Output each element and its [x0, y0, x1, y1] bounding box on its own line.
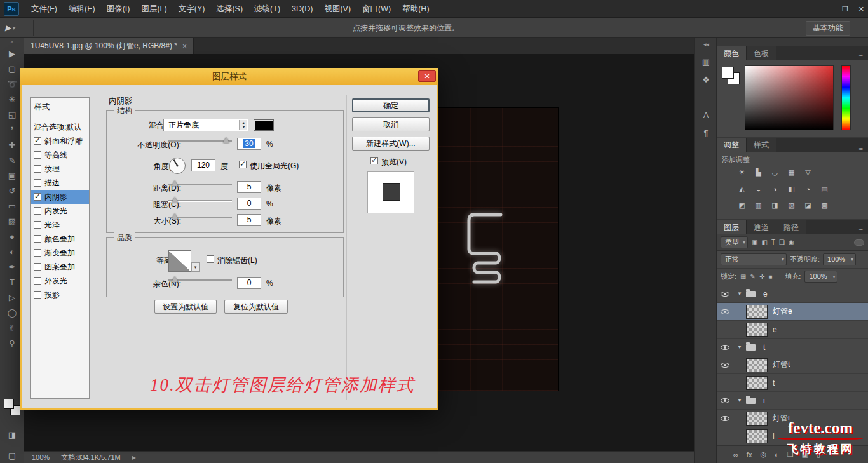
menu-window[interactable]: 窗口(W) [356, 0, 397, 18]
style-item-gradient-overlay[interactable]: 渐变叠加 [31, 246, 89, 260]
selective-color-icon[interactable]: ◪ [802, 200, 814, 211]
layer-opacity-select[interactable]: 100%▾ [823, 253, 856, 265]
move-tool[interactable]: ▶ [0, 46, 24, 61]
layer-row-e[interactable]: e [717, 321, 868, 339]
expand-arrow-icon[interactable]: ▼ [737, 398, 742, 403]
angle-input[interactable]: 120 [191, 159, 215, 171]
contour-thumbnail[interactable] [168, 250, 191, 272]
checkbox[interactable] [34, 291, 41, 299]
menu-filter[interactable]: 滤镜(T) [248, 0, 286, 18]
set-default-button[interactable]: 设置为默认值 [154, 300, 217, 314]
filter-toggle[interactable] [854, 239, 864, 246]
checkbox[interactable] [34, 221, 41, 229]
status-expand-icon[interactable]: ▶ [132, 455, 136, 460]
document-tab[interactable]: 1U45UV8-1.jpg @ 100% (灯管e, RGB/8#) * × [24, 38, 194, 54]
style-item-pattern-overlay[interactable]: 图案叠加 [31, 260, 89, 274]
style-item-color-overlay[interactable]: 颜色叠加 [31, 232, 89, 246]
menu-type[interactable]: 文字(Y) [173, 0, 211, 18]
layer-thumbnail[interactable] [746, 305, 768, 319]
distance-slider[interactable] [168, 179, 232, 188]
slider-thumb[interactable] [172, 180, 178, 186]
menu-image[interactable]: 图像(I) [101, 0, 136, 18]
zoom-level[interactable]: 100% [32, 453, 50, 461]
layer-group-row-i[interactable]: ▼ i [717, 392, 868, 410]
layer-group-row-e[interactable]: ▼ e [717, 285, 868, 303]
panel-menu-icon[interactable]: ≡ [859, 53, 868, 60]
filter-smart-objects-icon[interactable]: ◉ [789, 239, 794, 246]
tab-color[interactable]: 颜色 [717, 46, 747, 60]
layer-effects-icon[interactable]: fx [747, 451, 752, 459]
expand-icon[interactable]: ▽ [802, 167, 814, 178]
menu-3d[interactable]: 3D(D) [286, 0, 318, 18]
menu-file[interactable]: 文件(F) [25, 0, 63, 18]
checkbox[interactable] [34, 235, 41, 243]
reset-default-button[interactable]: 复位为默认值 [224, 300, 288, 314]
panel-menu-icon[interactable]: ≡ [859, 144, 868, 152]
style-item-inner-glow[interactable]: 内发光 [31, 204, 89, 218]
lock-position-icon[interactable]: ✛ [759, 273, 764, 280]
threshold-icon[interactable]: ◨ [769, 200, 781, 211]
layer-fill-select[interactable]: 100%▾ [804, 271, 837, 283]
spin-arrows-icon[interactable]: ▴▾ [239, 120, 247, 130]
contour-picker-caret-icon[interactable]: ▾ [191, 262, 200, 272]
histogram-panel-icon[interactable]: ▥ [695, 57, 717, 67]
photo-filter-icon[interactable]: ◔ [802, 184, 814, 194]
levels-icon[interactable]: ▙ [752, 167, 764, 178]
slider-thumb[interactable] [172, 276, 178, 282]
size-slider[interactable] [168, 212, 232, 221]
color-lookup-icon[interactable]: ▩ [818, 200, 831, 211]
visibility-toggle[interactable] [717, 285, 733, 303]
layer-thumbnail[interactable] [746, 429, 768, 443]
visibility-toggle[interactable] [717, 374, 733, 392]
layer-name[interactable]: 灯管t [773, 359, 790, 370]
dialog-close-button[interactable]: ✕ [418, 70, 436, 82]
new-style-button[interactable]: 新建样式(W)... [352, 137, 430, 151]
visibility-toggle[interactable] [717, 410, 733, 427]
angle-dial[interactable] [169, 158, 186, 174]
link-layers-icon[interactable]: ∞ [733, 451, 738, 459]
layer-name[interactable]: 灯管e [773, 306, 792, 317]
filter-pixel-layers-icon[interactable]: ▣ [752, 239, 757, 246]
checkbox[interactable] [34, 263, 41, 271]
layer-name[interactable]: t [773, 379, 775, 387]
style-item-contour[interactable]: 等高线 [31, 148, 89, 162]
invert-icon[interactable]: ◩ [736, 200, 748, 211]
workspace-switcher[interactable]: 基本功能 [806, 21, 850, 36]
screen-mode-button[interactable]: ▢ [0, 448, 24, 463]
slider-thumb[interactable] [223, 137, 229, 143]
menu-help[interactable]: 帮助(H) [397, 0, 435, 18]
preview-checkbox[interactable] [370, 157, 378, 164]
visibility-toggle[interactable] [717, 321, 733, 339]
checkbox[interactable] [34, 249, 41, 257]
filter-type-layers-icon[interactable]: T [771, 239, 775, 246]
checkbox[interactable] [34, 207, 41, 215]
filter-shape-layers-icon[interactable]: ❏ [779, 239, 785, 246]
black-white-icon[interactable]: ◧ [785, 184, 797, 194]
dialog-title-bar[interactable]: 图层样式 ✕ [20, 68, 438, 85]
expand-arrow-icon[interactable]: ▼ [737, 291, 742, 297]
style-item-drop-shadow[interactable]: 投影 [31, 288, 89, 302]
tab-swatches[interactable]: 色板 [747, 46, 776, 60]
slider-thumb[interactable] [172, 213, 178, 219]
layer-name[interactable]: i [763, 396, 765, 405]
hue-slider[interactable] [841, 65, 851, 130]
layer-name[interactable]: e [763, 290, 768, 299]
style-item-texture[interactable]: 纹理 [31, 162, 89, 176]
tab-close-icon[interactable]: × [182, 42, 187, 51]
color-balance-icon[interactable]: ◑ [769, 184, 781, 194]
style-item-satin[interactable]: 光泽 [31, 218, 89, 232]
restore-button[interactable]: ❐ [842, 5, 848, 13]
menu-edit[interactable]: 编辑(E) [63, 0, 101, 18]
panel-menu-icon[interactable]: ≡ [859, 227, 868, 234]
character-panel-icon[interactable]: A [695, 111, 717, 120]
minimize-button[interactable]: — [825, 5, 832, 13]
style-item-bevel-emboss[interactable]: 斜面和浮雕 [31, 134, 89, 148]
blend-mode-select[interactable]: 正常▾ [721, 253, 787, 265]
slider-thumb[interactable] [172, 197, 178, 203]
menu-view[interactable]: 视图(V) [318, 0, 356, 18]
close-button[interactable]: ✕ [858, 5, 864, 13]
global-light-checkbox[interactable] [239, 161, 247, 168]
tab-layers[interactable]: 图层 [717, 220, 747, 234]
visibility-toggle[interactable] [717, 427, 733, 445]
visibility-toggle[interactable] [717, 392, 733, 410]
